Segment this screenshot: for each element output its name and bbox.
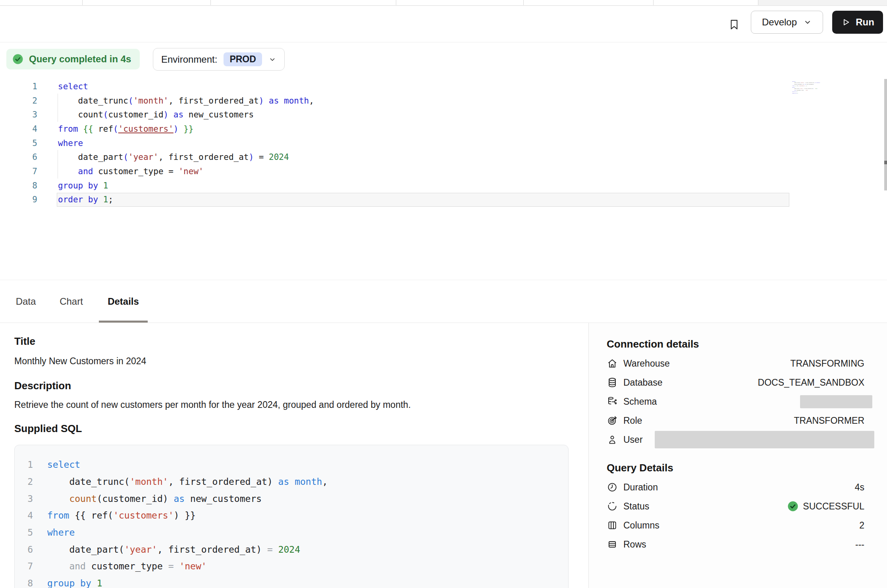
detail-label: User (623, 434, 643, 445)
line-number: 6 (27, 544, 33, 555)
editor-line: 9order by 1; (0, 193, 887, 207)
check-circle-icon (12, 53, 24, 65)
editor-line: 1select (0, 79, 887, 94)
detail-value: 2 (859, 520, 864, 531)
supplied-sql-line: 3 count(customer_id) as new_customers (27, 490, 568, 507)
detail-value: --- (855, 539, 864, 550)
line-number: 6 (0, 152, 37, 162)
supplied-sql-line: 2 date_trunc('month', first_ordered_at) … (27, 473, 568, 490)
supplied-sql-line: 5where (27, 524, 568, 541)
editor-line: 7 and customer_type = 'new' (0, 164, 887, 179)
supplied-sql-line: 1select (27, 456, 568, 473)
editor-line: 2 date_trunc('month', first_ordered_at) … (0, 94, 887, 108)
top-tab-strip (0, 0, 887, 6)
rows-icon (607, 539, 618, 550)
connection-details-heading: Connection details (607, 337, 864, 351)
line-number: 8 (0, 181, 37, 190)
detail-row-columns: Columns2 (607, 516, 864, 535)
query-status-text: Query completed in 4s (29, 54, 131, 65)
sql-ide-window: Develop Run Query completed in 4s Enviro… (0, 0, 887, 588)
play-icon (841, 17, 850, 27)
redacted-value (655, 431, 874, 448)
chevron-down-icon (268, 56, 276, 63)
user-icon (607, 434, 618, 445)
editor-line: 3 count(customer_id) as new_customers (0, 108, 887, 122)
code-line: order by 1; (57, 193, 789, 207)
tab-chart[interactable]: Chart (57, 280, 85, 323)
detail-value: TRANSFORMING (790, 358, 864, 369)
line-number: 7 (0, 167, 37, 176)
line-number: 5 (0, 138, 37, 148)
supplied-sql-block: 1select2 date_trunc('month', first_order… (14, 445, 569, 588)
line-number: 3 (27, 494, 33, 504)
title-value: Monthly New Customers in 2024 (14, 355, 569, 367)
supplied-sql-line: 7 and customer_type = 'new' (27, 558, 568, 575)
detail-label: Schema (623, 396, 657, 407)
warehouse-icon (607, 358, 618, 369)
line-number: 4 (0, 124, 37, 134)
run-button[interactable]: Run (832, 11, 883, 34)
detail-row-database: DatabaseDOCS_TEAM_SANDBOX (607, 373, 864, 392)
details-panel: Title Monthly New Customers in 2024 Desc… (14, 323, 569, 588)
indent-guide (58, 94, 58, 108)
editor-line: 4from {{ ref('customers') }} (0, 122, 887, 136)
chevron-down-icon (803, 18, 812, 27)
supplied-sql-line: 8group by 1 (27, 575, 568, 588)
query-status-badge: Query completed in 4s (6, 49, 140, 69)
sql-editor[interactable]: 1select2 date_trunc('month', first_order… (0, 79, 887, 207)
line-number: 8 (27, 578, 33, 588)
description-heading: Description (14, 379, 569, 392)
bookmark-button[interactable] (726, 16, 742, 33)
success-check-icon (787, 500, 799, 512)
code-line: date_part('year', first_ordered_at) = 20… (57, 150, 789, 164)
detail-label: Role (623, 415, 642, 426)
code-line: group by 1 (57, 179, 789, 193)
bookmark-icon (728, 17, 740, 32)
code-line: from {{ ref('customers') }} (57, 122, 789, 136)
line-number: 1 (0, 82, 37, 91)
code-line: count(customer_id) as new_customers (47, 494, 262, 504)
editor-minimap[interactable]: select date_trunc('month', first_ordered… (792, 81, 836, 96)
develop-dropdown-button[interactable]: Develop (751, 11, 823, 34)
code-line: from {{ ref('customers') }} (47, 510, 196, 521)
editor-scrollbar[interactable] (884, 79, 887, 190)
indent-guide (58, 164, 58, 179)
line-number: 9 (0, 195, 37, 204)
top-tab-separator (758, 0, 758, 5)
code-line: date_part('year', first_ordered_at) = 20… (47, 544, 300, 555)
schema-icon (607, 396, 618, 407)
line-number: 4 (27, 510, 33, 521)
top-tab-separator (523, 0, 524, 5)
tab-details[interactable]: Details (99, 280, 148, 323)
detail-row-rows: Rows--- (607, 535, 864, 554)
top-tab-separator (210, 0, 211, 5)
code-line: and customer_type = 'new' (57, 164, 789, 179)
detail-row-schema: Schema (607, 392, 864, 411)
query-details-heading: Query Details (607, 461, 864, 475)
line-number: 7 (27, 561, 33, 571)
detail-row-warehouse: WarehouseTRANSFORMING (607, 354, 864, 373)
detail-label: Duration (623, 482, 658, 493)
results-tabbar: DataChartDetails (0, 280, 887, 323)
detail-row-role: RoleTRANSFORMER (607, 411, 864, 430)
scrollbar-thumb[interactable] (884, 161, 887, 164)
code-line: where (47, 527, 75, 538)
top-tab-separator (396, 0, 396, 5)
develop-label: Develop (762, 17, 797, 28)
supplied-sql-line: 4from {{ ref('customers') }} (27, 507, 568, 524)
line-number: 3 (0, 110, 37, 119)
tab-data[interactable]: Data (14, 280, 37, 323)
detail-value: 4s (855, 482, 864, 493)
top-tab-cell (758, 0, 887, 5)
code-line: count(customer_id) as new_customers (57, 108, 789, 122)
code-line: group by 1 (47, 578, 102, 588)
line-number: 2 (27, 477, 33, 487)
environment-selector[interactable]: Environment: PROD (153, 48, 285, 71)
code-line: date_trunc('month', first_ordered_at) as… (57, 94, 789, 108)
editor-line: 8group by 1 (0, 179, 887, 193)
detail-row-duration: Duration4s (607, 478, 864, 497)
code-line: date_trunc('month', first_ordered_at) as… (47, 477, 328, 487)
detail-label: Columns (623, 520, 659, 531)
role-icon (607, 415, 618, 426)
line-number: 1 (27, 459, 33, 470)
